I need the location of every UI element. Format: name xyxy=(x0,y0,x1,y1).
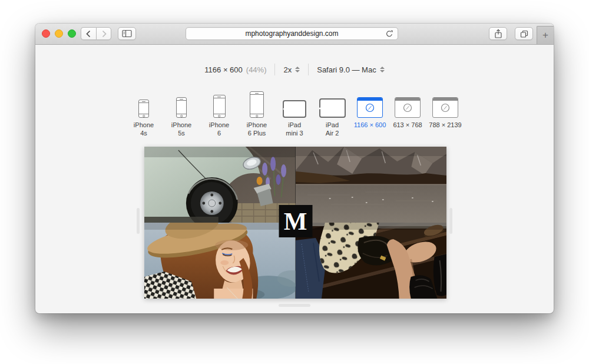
device-iphone-5s[interactable]: iPhone5s xyxy=(164,87,198,137)
sidebar-icon xyxy=(122,29,132,38)
device-ipad-air-2[interactable]: iPadAir 2 xyxy=(315,87,349,137)
minimize-button[interactable] xyxy=(55,29,63,38)
zoom-stepper[interactable]: 2x xyxy=(283,65,300,74)
photo-mountain-lake[interactable] xyxy=(296,147,447,223)
viewport-dimensions: 1166 × 600 xyxy=(204,65,242,74)
url-text: mphotographyanddesign.com xyxy=(245,29,338,38)
resize-handle-bottom[interactable] xyxy=(279,304,310,307)
forward-button[interactable] xyxy=(96,27,111,40)
compass-icon xyxy=(365,102,375,112)
safari-window-icon xyxy=(357,97,383,118)
resize-handle-right[interactable] xyxy=(449,208,452,234)
tab-overview-button[interactable] xyxy=(515,27,533,40)
device-iphone-6[interactable]: iPhone6 xyxy=(202,87,236,137)
user-agent-label: Safari 9.0 — Mac xyxy=(317,65,376,74)
iphone-icon xyxy=(250,91,264,118)
compass-icon xyxy=(402,102,413,112)
divider xyxy=(274,64,275,75)
zoom-button[interactable] xyxy=(68,29,76,38)
device-iphone-6-plus[interactable]: iPhone6 Plus xyxy=(240,87,274,137)
share-button[interactable] xyxy=(489,27,507,40)
iphone-icon xyxy=(176,97,187,118)
window-controls xyxy=(42,29,76,38)
zoom-level: 2x xyxy=(283,65,292,74)
sidebar-button[interactable] xyxy=(118,27,136,40)
ipad-icon xyxy=(283,100,306,118)
photo-smiling-woman[interactable] xyxy=(144,223,296,299)
site-logo: M xyxy=(279,205,312,237)
photo-vintage-car[interactable] xyxy=(144,147,296,223)
new-tab-button[interactable]: + xyxy=(537,26,554,44)
tab-overview-icon xyxy=(519,29,529,38)
resize-handle-left[interactable] xyxy=(137,208,140,234)
browser-toolbar: mphotographyanddesign.com + xyxy=(35,24,554,45)
preset-788x2139[interactable]: 788 × 2139 xyxy=(428,87,462,137)
close-button[interactable] xyxy=(42,29,50,38)
back-chevron-icon xyxy=(85,29,92,38)
iphone-icon xyxy=(213,95,226,118)
history-nav-group xyxy=(81,27,111,40)
compass-icon xyxy=(440,102,451,112)
plus-icon: + xyxy=(542,29,548,41)
preset-1166x600[interactable]: 1166 × 600 xyxy=(353,87,387,137)
iphone-icon xyxy=(138,100,149,118)
forward-chevron-icon xyxy=(100,29,108,38)
preset-613x768[interactable]: 613 × 768 xyxy=(391,87,425,137)
reload-icon xyxy=(385,29,393,38)
page-viewport: M xyxy=(144,147,446,299)
safari-window-icon xyxy=(395,97,421,118)
stepper-chevrons-icon xyxy=(295,67,300,72)
safari-window: mphotographyanddesign.com + xyxy=(35,24,554,313)
device-ipad-mini-3[interactable]: iPadmini 3 xyxy=(277,87,312,137)
reload-button[interactable] xyxy=(385,29,393,40)
address-bar[interactable]: mphotographyanddesign.com xyxy=(186,27,398,40)
stepper-chevrons-icon xyxy=(380,67,385,72)
rdm-status-bar: 1166 × 600 (44%) 2x Safari 9.0 — Mac xyxy=(35,64,554,75)
photo-seated-woman-boots[interactable] xyxy=(296,223,447,299)
logo-letter: M xyxy=(284,209,307,234)
ipad-icon xyxy=(319,98,346,118)
back-button[interactable] xyxy=(81,27,96,40)
device-iphone-4s[interactable]: iPhone4s xyxy=(127,87,161,137)
device-selector-row: iPhone4s iPhone5s iPhone6 iPhone6 Plus i xyxy=(35,87,554,137)
share-icon xyxy=(494,29,502,39)
divider xyxy=(308,64,309,75)
user-agent-selector[interactable]: Safari 9.0 — Mac xyxy=(317,65,384,74)
safari-window-icon xyxy=(432,97,458,118)
viewport-scale: (44%) xyxy=(246,65,267,74)
